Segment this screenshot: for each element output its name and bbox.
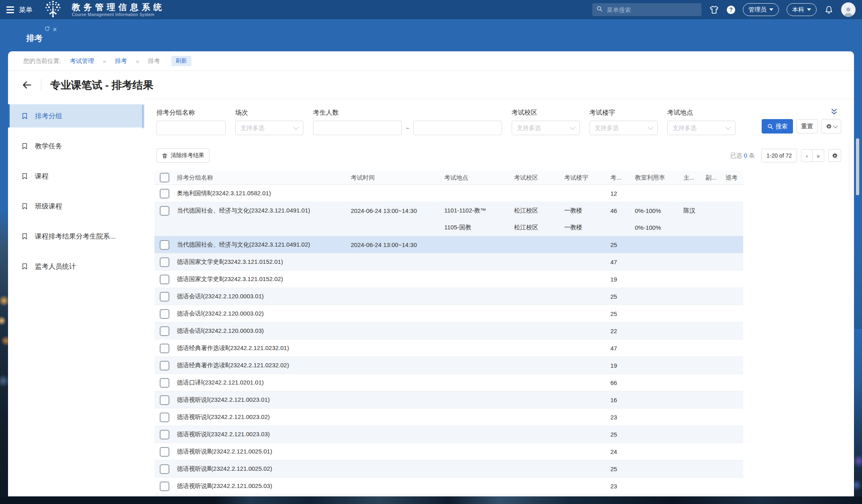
group-name-input[interactable] [157, 121, 226, 135]
location-select-placeholder: 支持多选 [673, 124, 697, 132]
cell-deputy-invigilator [705, 460, 726, 477]
breadcrumb-link-exam-scheduling[interactable]: 排考 [115, 57, 127, 65]
page-range-button[interactable]: 1-20 of 72 [761, 149, 797, 162]
sidebar-item-results-by-department[interactable]: 课程排考结果分考生院系... [8, 225, 144, 248]
table-row[interactable]: 德语经典著作选读Ⅱ(23242.2.121.0232.02)19 [155, 357, 743, 374]
table-row[interactable]: 德语视听说Ⅰ(23242.2.121.0023.02)23 [155, 409, 743, 426]
theme-clothes-icon[interactable] [709, 5, 719, 15]
cell-group-name: 德语会话Ⅰ(23242.2.120.0003.03) [177, 322, 351, 339]
table-settings-button[interactable] [828, 149, 841, 162]
user-avatar[interactable] [841, 2, 856, 17]
table-row[interactable]: 奥地利国情Ⅱ(23242.3.121.0582.01)12 [155, 185, 743, 202]
role-dropdown[interactable]: 管理员 [743, 3, 779, 16]
help-icon[interactable]: ? [727, 6, 735, 14]
table-row[interactable]: 德语视听说Ⅲ(23242.2.121.0025.02)25 [155, 460, 743, 478]
row-checkbox[interactable] [160, 309, 169, 319]
sidebar-item-courses[interactable]: 课程 [8, 164, 144, 188]
location-select[interactable]: 支持多选 [667, 121, 736, 135]
tab-refresh-icon[interactable] [44, 26, 50, 33]
row-checkbox[interactable] [160, 326, 169, 336]
cell-utilization [635, 322, 683, 339]
next-page-button[interactable]: › [801, 149, 813, 162]
table-row[interactable]: 德语视听说Ⅲ(23242.2.121.0025.01)24 [155, 443, 743, 460]
level-dropdown[interactable]: 本科 [787, 3, 817, 16]
row-checkbox[interactable] [160, 275, 169, 284]
breadcrumb-current: 排考 [148, 57, 160, 65]
row-checkbox[interactable] [160, 361, 169, 370]
table-row[interactable]: 德语经典著作选读Ⅱ(23242.2.121.0232.01)47 [155, 340, 743, 357]
table-row[interactable]: 当代德国社会、经济与文化(23242.3.121.0491.01)2024-06… [155, 202, 743, 236]
row-checkbox[interactable] [160, 482, 169, 491]
session-select[interactable]: 支持多选 [235, 121, 303, 135]
cell-checkbox [155, 185, 177, 202]
cell-deputy-invigilator [705, 236, 726, 253]
sidebar-item-label: 监考人员统计 [35, 262, 76, 271]
row-checkbox[interactable] [160, 189, 169, 198]
table-row[interactable]: 德语会话Ⅰ(23242.2.120.0003.01)25 [155, 288, 743, 305]
app-title: 教务管理信息系统 [72, 3, 165, 12]
table-row[interactable]: 当代德国社会、经济与文化(23242.3.121.0491.02)2024-06… [155, 236, 743, 253]
app-subtitle: Course Management Information System [72, 12, 165, 17]
cell-utilization [635, 374, 683, 391]
sidebar-item-teaching-tasks[interactable]: 教学任务 [8, 134, 144, 158]
cell-chief-invigilator [683, 391, 705, 408]
row-checkbox[interactable] [160, 378, 169, 388]
row-checkbox[interactable] [160, 292, 169, 302]
examinee-count-min-input[interactable] [313, 121, 402, 135]
row-checkbox[interactable] [160, 413, 169, 422]
page-scrollbar-thumb[interactable] [856, 138, 859, 195]
sidebar-item-exam-groups[interactable]: 排考分组 [8, 104, 144, 128]
row-checkbox[interactable] [160, 240, 169, 250]
trash-icon [162, 153, 168, 159]
cell-exam-time [351, 288, 444, 305]
back-button[interactable] [20, 78, 34, 92]
role-dropdown-label: 管理员 [748, 6, 766, 14]
row-checkbox[interactable] [160, 430, 169, 439]
sidebar-item-invigilator-stats[interactable]: 监考人员统计 [8, 255, 144, 278]
row-checkbox[interactable] [160, 344, 169, 353]
table-row[interactable]: 德语会话Ⅰ(23242.2.120.0003.03)22 [155, 322, 743, 340]
cell-checkbox [155, 460, 177, 477]
cell-exam-campus [514, 409, 564, 425]
campus-select[interactable]: 支持多选 [512, 121, 580, 135]
table-row[interactable]: 德语视听说Ⅰ(23242.2.121.0023.01)16 [155, 391, 743, 409]
sidebar-scrollbar-thumb[interactable] [142, 105, 144, 128]
clear-results-button[interactable]: 清除排考结果 [157, 148, 209, 163]
breadcrumb-refresh-button[interactable]: 刷新 [171, 56, 191, 66]
menu-search-input[interactable] [606, 6, 697, 14]
filter-label-building: 考试楼宇 [590, 109, 658, 117]
table-row[interactable]: 德语视听说Ⅰ(23242.2.121.0023.03)25 [155, 426, 743, 443]
examinee-count-max-input[interactable] [413, 121, 502, 135]
breadcrumb-link-exam-management[interactable]: 考试管理 [70, 57, 94, 65]
table-row[interactable]: 德语视听说Ⅲ(23242.2.121.0025.03)23 [155, 478, 743, 495]
table-row[interactable]: 德语口译Ⅰ(23242.2.121.0201.01)66 [155, 374, 743, 391]
row-checkbox[interactable] [160, 257, 169, 267]
row-checkbox[interactable] [160, 395, 169, 405]
cell-patrol [726, 202, 743, 236]
sidebar-item-class-courses[interactable]: 班级课程 [8, 194, 144, 218]
reset-button[interactable]: 重置 [796, 119, 818, 134]
tab-exam-scheduling[interactable]: 排考 [26, 33, 43, 44]
select-all-checkbox[interactable] [160, 173, 169, 182]
collapse-filters-icon[interactable] [830, 108, 838, 117]
menu-icon[interactable] [6, 6, 14, 13]
last-page-button[interactable]: » [813, 149, 824, 162]
cell-checkbox [155, 357, 177, 374]
cell-deputy-invigilator [705, 185, 726, 202]
search-button[interactable]: 搜索 [762, 119, 793, 134]
menu-button-label[interactable]: 菜单 [19, 5, 33, 14]
table-row[interactable]: 德语会话Ⅰ(23242.2.120.0003.02)25 [155, 305, 743, 322]
row-checkbox[interactable] [160, 464, 169, 474]
cell-deputy-invigilator [705, 391, 726, 408]
sidebar-item-label: 排考分组 [35, 111, 62, 121]
table-row[interactable]: 德语国家文学史Ⅱ(23242.3.121.0152.02)19 [155, 271, 743, 288]
table-row[interactable]: 德语国家文学史Ⅱ(23242.3.121.0152.01)47 [155, 253, 743, 271]
row-checkbox[interactable] [160, 447, 169, 457]
tab-close-icon[interactable]: × [53, 27, 57, 32]
breadcrumb: 您的当前位置: 考试管理 » 排考 » 排考 刷新 [8, 51, 854, 71]
building-select[interactable]: 支持多选 [590, 121, 658, 135]
notification-bell-icon[interactable] [824, 5, 834, 14]
cell-exam-building [564, 426, 610, 443]
filter-settings-button[interactable] [821, 119, 841, 134]
row-checkbox[interactable] [160, 206, 169, 216]
